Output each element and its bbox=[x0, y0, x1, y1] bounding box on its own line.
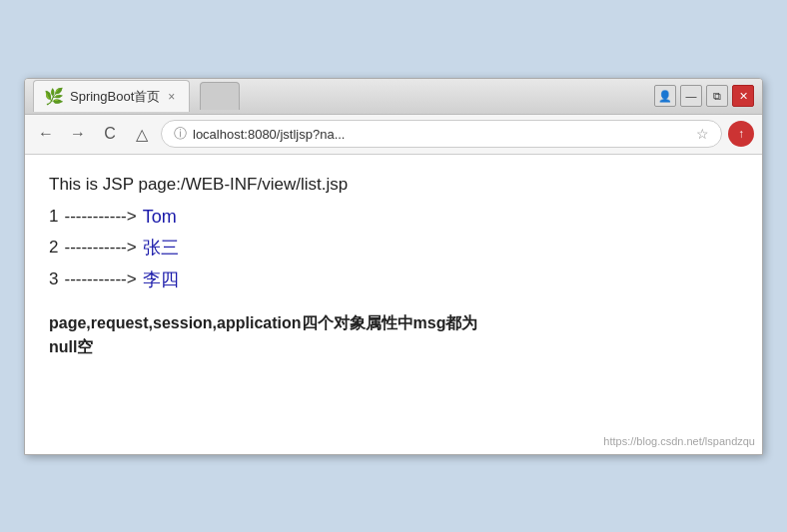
back-button[interactable]: ← bbox=[33, 121, 59, 147]
inactive-tab[interactable] bbox=[200, 82, 240, 110]
url-text: localhost:8080/jstljsp?na... bbox=[193, 127, 690, 142]
list-num-3: 3 bbox=[49, 269, 58, 289]
page-content: This is JSP page:/WEB-INF/view/list.jsp … bbox=[25, 155, 762, 454]
user-button[interactable]: 👤 bbox=[654, 85, 676, 107]
tab-label: SpringBoot首页 bbox=[70, 88, 160, 106]
list-arrow-1: -----------> bbox=[64, 207, 136, 227]
close-button[interactable]: ✕ bbox=[732, 85, 754, 107]
window-controls: 👤 — ⧉ ✕ bbox=[654, 85, 754, 107]
minimize-button[interactable]: — bbox=[680, 85, 702, 107]
home-button[interactable]: △ bbox=[129, 121, 155, 147]
list-item: 1 -----------> Tom bbox=[49, 207, 738, 228]
list-arrow-3: -----------> bbox=[64, 269, 136, 289]
action-button[interactable]: ↑ bbox=[728, 121, 754, 147]
list-item: 3 -----------> 李四 bbox=[49, 267, 738, 291]
list-num-2: 2 bbox=[49, 238, 58, 258]
browser-window: 🌿 SpringBoot首页 × 👤 — ⧉ ✕ ← → C △ bbox=[24, 78, 763, 455]
title-bar: 🌿 SpringBoot首页 × 👤 — ⧉ ✕ bbox=[25, 79, 762, 115]
list-name-3: 李四 bbox=[143, 267, 179, 291]
title-bar-left: 🌿 SpringBoot首页 × bbox=[33, 80, 240, 112]
leaf-icon: 🌿 bbox=[44, 87, 64, 106]
refresh-button[interactable]: C bbox=[97, 121, 123, 147]
list-num-1: 1 bbox=[49, 207, 58, 227]
list-name-2: 张三 bbox=[143, 236, 179, 260]
active-tab[interactable]: 🌿 SpringBoot首页 × bbox=[33, 80, 190, 112]
list-item: 2 -----------> 张三 bbox=[49, 236, 738, 260]
tab-close-button[interactable]: × bbox=[166, 90, 177, 104]
page-heading: This is JSP page:/WEB-INF/view/list.jsp bbox=[49, 175, 738, 195]
note-text: page,request,session,application四个对象属性中m… bbox=[49, 311, 738, 359]
forward-button[interactable]: → bbox=[65, 121, 91, 147]
info-icon: ⓘ bbox=[174, 125, 187, 143]
url-bar[interactable]: ⓘ localhost:8080/jstljsp?na... ☆ bbox=[161, 120, 722, 148]
bookmark-icon[interactable]: ☆ bbox=[696, 126, 709, 142]
address-bar: ← → C △ ⓘ localhost:8080/jstljsp?na... ☆… bbox=[25, 115, 762, 155]
restore-button[interactable]: ⧉ bbox=[706, 85, 728, 107]
list-arrow-2: -----------> bbox=[64, 238, 136, 258]
list-name-1: Tom bbox=[143, 207, 177, 228]
watermark: https://blog.csdn.net/lspandzqu bbox=[603, 435, 755, 447]
user-icon: 👤 bbox=[658, 90, 672, 103]
